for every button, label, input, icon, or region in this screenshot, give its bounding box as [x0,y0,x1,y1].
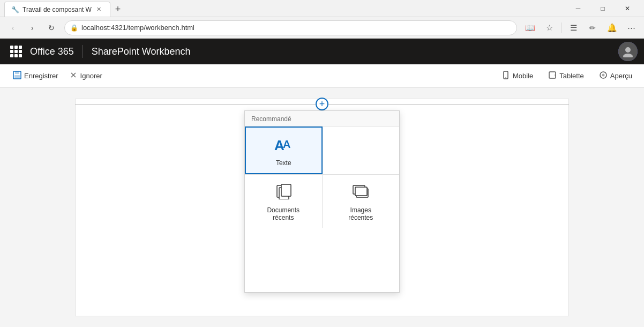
mobile-button[interactable]: Mobile [498,69,536,84]
tab-close-button[interactable]: ✕ [95,5,103,14]
window-controls: ─ □ ✕ [566,0,640,17]
toolbar-divider [561,23,561,33]
hamburger-icon: ☰ [570,23,577,33]
discard-label: Ignorer [80,72,102,80]
discard-icon [69,71,78,81]
svg-rect-3 [15,71,19,74]
save-label: Enregistrer [24,72,58,80]
forward-icon: › [31,24,34,32]
webpart-row-1: A A Texte [245,127,399,175]
avatar-inner [618,42,638,61]
webpart-row-2: Documents récents Images récentes [245,175,399,228]
svg-rect-7 [549,72,556,78]
new-tab-icon: + [115,4,121,15]
close-icon: ✕ [625,5,630,12]
minimize-icon: ─ [576,5,581,12]
svg-rect-4 [14,75,20,78]
account-icon: 🔔 [607,23,617,33]
tablet-button[interactable]: Tablette [545,69,587,84]
svg-point-0 [625,47,631,53]
minimize-button[interactable]: ─ [566,0,590,17]
back-button[interactable]: ‹ [4,19,21,36]
more-button[interactable]: ⋯ [623,19,640,36]
text-item-label: Texte [276,159,291,167]
recommended-label: Recommandé [251,115,291,123]
address-bar[interactable]: 🔒 localhost:4321/temp/workbench.html [64,20,517,35]
close-button[interactable]: ✕ [615,0,640,17]
favorites-button[interactable]: ☆ [541,19,558,36]
reading-list-button[interactable]: 📖 [521,19,538,36]
extensions-icon: ✏ [589,24,596,32]
back-icon: ‹ [12,24,14,32]
forward-button[interactable]: › [24,19,41,36]
sharepoint-label: SharePoint Workbench [92,46,191,57]
tab-label: Travail de composant W [23,6,92,13]
documents-item-label: Documents récents [267,206,299,221]
waffle-icon [10,46,22,57]
save-button[interactable]: Enregistrer [9,68,63,85]
toolbar-right: 📖 ☆ ☰ ✏ 🔔 ⋯ [521,19,640,36]
images-item-label: Images récentes [348,206,373,221]
star-icon: ☆ [546,23,553,33]
webpart-empty-slot-1 [323,127,400,174]
popup-empty-rows [245,228,399,292]
office365-label: Office 365 [30,46,74,57]
svg-point-8 [555,75,556,76]
hamburger-button[interactable]: ☰ [565,19,582,36]
preview-label: Aperçu [610,72,632,80]
extensions-button[interactable]: ✏ [584,19,601,36]
discard-button[interactable]: Ignorer [65,68,107,85]
user-silhouette-icon [622,46,634,57]
preview-button[interactable]: Aperçu [596,69,635,84]
app-header: Office 365 SharePoint Workbench [0,39,644,64]
lock-icon: 🔒 [70,24,78,32]
workbench-toolbar: Enregistrer Ignorer Mobile [0,64,644,88]
address-text: localhost:4321/temp/workbench.html [81,24,194,32]
add-webpart-line: + [75,99,569,109]
svg-point-6 [505,77,506,78]
more-icon: ⋯ [627,23,635,33]
maximize-icon: □ [601,5,604,12]
header-divider [83,45,83,58]
images-icon [352,183,369,203]
text-aa-icon: A A [274,136,293,156]
preview-icon [599,71,608,81]
user-avatar[interactable] [618,42,638,61]
browser-titlebar: 🔧 Travail de composant W ✕ + ─ □ ✕ [0,0,644,17]
refresh-button[interactable]: ↻ [43,19,60,36]
workbench-toolbar-right: Mobile Tablette Aperçu [498,69,635,84]
main-content: + Recommandé A A Texte [0,88,644,327]
tablet-icon [548,71,557,81]
svg-text:A: A [283,138,290,150]
documents-icon [275,183,292,203]
svg-rect-15 [281,184,291,196]
save-icon [13,71,21,81]
tab-favicon: 🔧 [11,6,19,13]
waffle-button[interactable] [6,42,26,61]
webpart-picker-panel: Recommandé A A Texte [244,110,400,293]
maximize-button[interactable]: □ [590,0,615,17]
reading-list-icon: 📖 [525,23,535,33]
browser-toolbar: ‹ › ↻ 🔒 localhost:4321/temp/workbench.ht… [0,17,644,39]
recommended-section-header: Recommandé [245,111,399,127]
add-webpart-button[interactable]: + [316,98,328,110]
documents-recents-item[interactable]: Documents récents [245,175,322,228]
mobile-icon [501,71,510,81]
svg-point-10 [602,73,604,76]
plus-icon: + [319,99,325,109]
svg-rect-18 [355,187,367,196]
tab-area: 🔧 Travail de composant W ✕ + [4,0,125,17]
text-webpart-item[interactable]: A A Texte [245,127,323,174]
account-button[interactable]: 🔔 [603,19,620,36]
active-tab[interactable]: 🔧 Travail de composant W ✕ [4,2,110,17]
svg-point-1 [623,54,633,57]
images-recentes-item[interactable]: Images récentes [322,175,400,228]
refresh-icon: ↻ [48,24,55,32]
tablet-label: Tablette [559,72,584,80]
mobile-label: Mobile [513,72,533,80]
new-tab-button[interactable]: + [110,2,125,17]
